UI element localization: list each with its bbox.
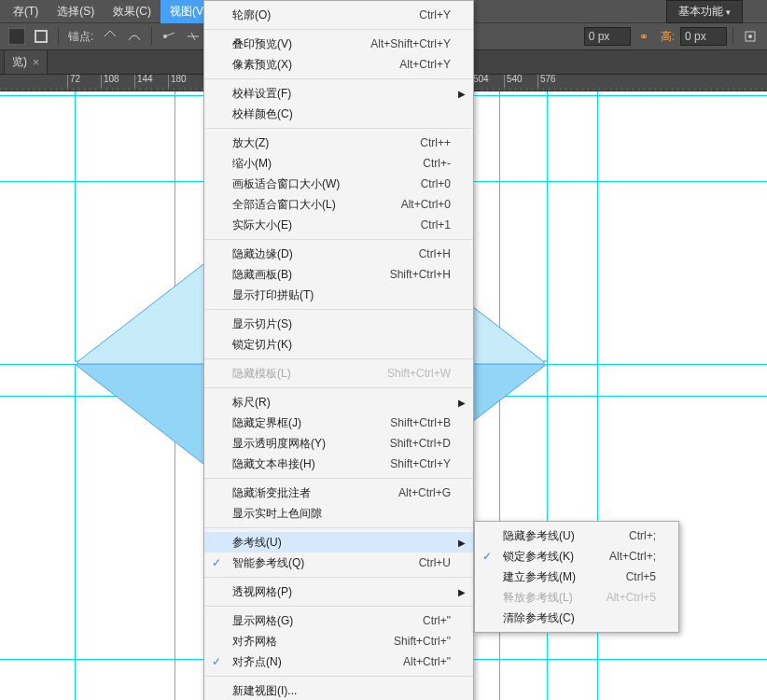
- remove-anchor-icon[interactable]: [182, 25, 204, 48]
- menu-item[interactable]: 标尺(R)▶: [204, 392, 473, 413]
- menu-item[interactable]: 显示切片(S): [204, 314, 473, 334]
- menu-select[interactable]: 选择(S): [48, 0, 104, 23]
- menu-effect[interactable]: 效果(C): [104, 0, 160, 23]
- menu-item[interactable]: 透视网格(P)▶: [204, 581, 473, 602]
- close-tab-icon[interactable]: ×: [33, 56, 39, 69]
- menu-item[interactable]: 隐藏画板(B)Shift+Ctrl+H: [204, 264, 473, 285]
- submenu-item[interactable]: 隐藏参考线(U)Ctrl+;: [475, 525, 678, 546]
- menu-item[interactable]: 隐藏边缘(D)Ctrl+H: [204, 244, 473, 264]
- view-dropdown-menu: 轮廓(O)Ctrl+Y叠印预览(V)Alt+Shift+Ctrl+Y像素预览(X…: [203, 0, 474, 700]
- width-field[interactable]: 0 px: [584, 27, 631, 46]
- menu-item[interactable]: 校样颜色(C): [204, 104, 473, 124]
- svg-rect-1: [35, 31, 47, 42]
- menu-item[interactable]: 显示实时上色间隙: [204, 503, 473, 524]
- submenu-item: 释放参考线(L)Alt+Ctrl+5: [475, 587, 678, 608]
- workspace-mode-button[interactable]: 基本功能 ▾: [666, 0, 743, 23]
- menu-item[interactable]: 隐藏文本串接(H)Shift+Ctrl+Y: [204, 454, 473, 474]
- menu-item[interactable]: 显示网格(G)Ctrl+": [204, 610, 473, 631]
- menu-save[interactable]: 存(T): [4, 0, 48, 23]
- menu-item[interactable]: 显示透明度网格(Y)Shift+Ctrl+D: [204, 433, 473, 454]
- menu-item[interactable]: 全部适合窗口大小(L)Alt+Ctrl+0: [204, 194, 473, 215]
- handles-icon[interactable]: [158, 25, 180, 48]
- menu-item[interactable]: 锁定切片(K): [204, 334, 473, 355]
- menu-item[interactable]: 显示打印拼贴(T): [204, 285, 473, 305]
- menu-item[interactable]: ✓智能参考线(Q)Ctrl+U: [204, 553, 473, 573]
- isolate-icon[interactable]: [739, 25, 761, 48]
- menu-item[interactable]: ✓对齐点(N)Alt+Ctrl+": [204, 651, 473, 672]
- menu-item[interactable]: 缩小(M)Ctrl+-: [204, 153, 473, 174]
- menu-item[interactable]: 隐藏定界框(J)Shift+Ctrl+B: [204, 413, 473, 433]
- menu-item[interactable]: 轮廓(O)Ctrl+Y: [204, 5, 473, 25]
- menu-item[interactable]: 对齐网格Shift+Ctrl+": [204, 631, 473, 651]
- svg-line-3: [165, 33, 174, 36]
- anchor-label: 锚点:: [68, 29, 93, 45]
- submenu-item[interactable]: 清除参考线(C): [475, 608, 678, 628]
- menu-item[interactable]: 校样设置(F)▶: [204, 83, 473, 104]
- menu-item[interactable]: 放大(Z)Ctrl++: [204, 133, 473, 153]
- svg-rect-0: [8, 28, 25, 45]
- height-field[interactable]: 0 px: [680, 27, 727, 46]
- convert-anchor-smooth-icon[interactable]: [123, 25, 146, 48]
- menu-item[interactable]: 像素预览(X)Alt+Ctrl+Y: [204, 54, 473, 75]
- menu-item: 隐藏模板(L)Shift+Ctrl+W: [204, 363, 473, 384]
- menu-item[interactable]: 实际大小(E)Ctrl+1: [204, 215, 473, 235]
- guides-submenu: 隐藏参考线(U)Ctrl+;✓锁定参考线(K)Alt+Ctrl+;建立参考线(M…: [474, 521, 679, 633]
- svg-point-7: [748, 35, 752, 38]
- link-dimensions-icon[interactable]: ⚭: [633, 25, 655, 48]
- submenu-item[interactable]: ✓锁定参考线(K)Alt+Ctrl+;: [475, 546, 678, 567]
- menu-item[interactable]: 叠印预览(V)Alt+Shift+Ctrl+Y: [204, 34, 473, 54]
- menu-item[interactable]: 隐藏渐变批注者Alt+Ctrl+G: [204, 483, 473, 503]
- menu-item[interactable]: 参考线(U)▶: [204, 532, 473, 553]
- stroke-swatch-icon[interactable]: [30, 25, 52, 48]
- submenu-item[interactable]: 建立参考线(M)Ctrl+5: [475, 567, 678, 587]
- height-label: 高:: [661, 29, 675, 45]
- convert-anchor-icon[interactable]: [99, 25, 121, 48]
- fill-swatch-icon[interactable]: [6, 25, 28, 48]
- menu-item[interactable]: 新建视图(I)...: [204, 680, 473, 700]
- menu-item[interactable]: 画板适合窗口大小(W)Ctrl+0: [204, 174, 473, 194]
- document-tab[interactable]: 览) ×: [4, 49, 48, 74]
